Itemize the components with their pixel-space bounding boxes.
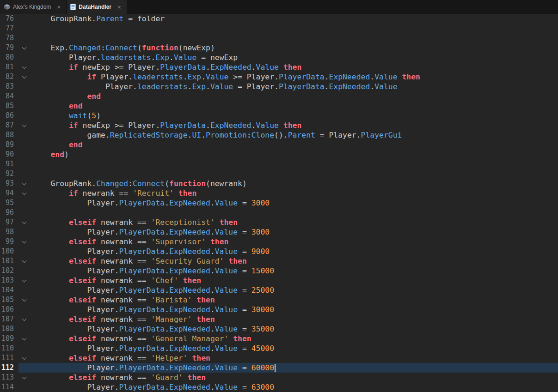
code-line[interactable]: 107 elseif newrank == 'Manager' then xyxy=(0,314,558,324)
code-text: Player.PlayerData.ExpNeeded.Value = 3000 xyxy=(32,198,558,208)
place-icon xyxy=(4,4,10,10)
fold-column xyxy=(18,159,32,169)
chevron-down-icon[interactable] xyxy=(22,45,27,50)
fold-column[interactable] xyxy=(18,72,32,82)
chevron-down-icon[interactable] xyxy=(22,74,27,79)
fold-column[interactable] xyxy=(18,237,32,247)
code-line[interactable]: 114 Player.PlayerData.ExpNeeded.Value = … xyxy=(0,382,558,392)
fold-column xyxy=(18,130,32,140)
code-line[interactable]: 92 xyxy=(0,169,558,179)
code-line[interactable]: 99 elseif newrank == 'Supervisor' then xyxy=(0,237,558,247)
fold-column[interactable] xyxy=(18,314,32,324)
code-text: elseif newrank == 'Helper' then xyxy=(32,353,558,363)
tab-alexs-kingdom[interactable]: Alex's Kingdom × xyxy=(0,0,67,14)
code-line[interactable]: 104 Player.PlayerData.ExpNeeded.Value = … xyxy=(0,285,558,295)
chevron-down-icon[interactable] xyxy=(22,278,27,283)
chevron-down-icon[interactable] xyxy=(22,123,27,127)
chevron-down-icon[interactable] xyxy=(22,239,27,244)
code-line[interactable]: 101 elseif newrank == 'Security Guard' t… xyxy=(0,256,558,266)
code-line[interactable]: 102 Player.PlayerData.ExpNeeded.Value = … xyxy=(0,266,558,276)
code-text: elseif newrank == 'Security Guard' then xyxy=(32,256,558,266)
code-line[interactable]: 79 Exp.Changed:Connect(function(newExp) xyxy=(0,43,558,53)
fold-column[interactable] xyxy=(18,121,32,130)
code-line[interactable]: 106 Player.PlayerData.ExpNeeded.Value = … xyxy=(0,305,558,314)
fold-column[interactable] xyxy=(18,334,32,344)
code-text: elseif newrank == 'Receptionist' then xyxy=(32,217,558,227)
fold-column[interactable] xyxy=(18,188,32,198)
code-line[interactable]: 93 GroupRank.Changed:Connect(function(ne… xyxy=(0,179,558,188)
code-line[interactable]: 108 Player.PlayerData.ExpNeeded.Value = … xyxy=(0,324,558,334)
chevron-down-icon[interactable] xyxy=(22,297,27,302)
code-line[interactable]: 100 Player.PlayerData.ExpNeeded.Value = … xyxy=(0,247,558,256)
code-line[interactable]: 95 Player.PlayerData.ExpNeeded.Value = 3… xyxy=(0,198,558,208)
line-number: 96 xyxy=(0,208,18,217)
code-line[interactable]: 83 Player.leaderstats.Exp.Value = Player… xyxy=(0,82,558,91)
code-line[interactable]: 98 Player.PlayerData.ExpNeeded.Value = 3… xyxy=(0,227,558,237)
code-line[interactable]: 77 xyxy=(0,24,558,33)
fold-column xyxy=(18,101,32,111)
code-line[interactable]: 94 if newrank == 'Recruit' then xyxy=(0,188,558,198)
code-text xyxy=(32,208,558,217)
code-line[interactable]: 84 end xyxy=(0,91,558,101)
line-number: 111 xyxy=(0,353,18,363)
code-line[interactable]: 110 Player.PlayerData.ExpNeeded.Value = … xyxy=(0,344,558,353)
fold-column[interactable] xyxy=(18,62,32,72)
code-line[interactable]: 76 GroupRank.Parent = folder xyxy=(0,14,558,24)
tab-label: Alex's Kingdom xyxy=(13,4,51,10)
line-number: 98 xyxy=(0,227,18,237)
tab-datahandler[interactable]: DataHandler × xyxy=(67,0,127,14)
code-line[interactable]: 88 game.ReplicatedStorage.UI.Promotion:C… xyxy=(0,130,558,140)
chevron-down-icon[interactable] xyxy=(22,317,27,321)
code-line[interactable]: 97 elseif newrank == 'Receptionist' then xyxy=(0,217,558,227)
code-line[interactable]: 87 if newExp >= Player.PlayerData.ExpNee… xyxy=(0,121,558,130)
fold-column[interactable] xyxy=(18,353,32,363)
code-line[interactable]: 96 xyxy=(0,208,558,217)
line-number: 78 xyxy=(0,33,18,43)
close-icon[interactable]: × xyxy=(116,4,123,10)
chevron-down-icon[interactable] xyxy=(22,336,27,341)
code-line[interactable]: 80 Player.leaderstats.Exp.Value = newExp xyxy=(0,53,558,62)
code-line[interactable]: 78 xyxy=(0,33,558,43)
code-line[interactable]: 109 elseif newrank == 'General Manager' … xyxy=(0,334,558,344)
line-number: 102 xyxy=(0,266,18,276)
code-line[interactable]: 86 wait(5) xyxy=(0,111,558,121)
code-line[interactable]: 91 xyxy=(0,159,558,169)
code-line[interactable]: 82 if Player.leaderstats.Exp.Value >= Pl… xyxy=(0,72,558,82)
code-line[interactable]: 90 end) xyxy=(0,150,558,159)
code-line[interactable]: 111 elseif newrank == 'Helper' then xyxy=(0,353,558,363)
chevron-down-icon[interactable] xyxy=(22,181,27,186)
code-line[interactable]: 105 elseif newrank == 'Barista' then xyxy=(0,295,558,305)
chevron-down-icon[interactable] xyxy=(22,220,27,224)
fold-column xyxy=(18,91,32,101)
line-number: 95 xyxy=(0,198,18,208)
fold-column[interactable] xyxy=(18,256,32,266)
fold-column[interactable] xyxy=(18,217,32,227)
code-line[interactable]: 85 end xyxy=(0,101,558,111)
code-line[interactable]: 81 if newExp >= Player.PlayerData.ExpNee… xyxy=(0,62,558,72)
fold-column[interactable] xyxy=(18,179,32,188)
chevron-down-icon[interactable] xyxy=(22,65,27,69)
close-icon[interactable]: × xyxy=(55,4,62,10)
fold-column xyxy=(18,227,32,237)
line-number: 83 xyxy=(0,82,18,91)
code-line[interactable]: 103 elseif newrank == 'Chef' then xyxy=(0,276,558,285)
code-line[interactable]: 113 elseif newrank == 'Guard' then xyxy=(0,373,558,382)
fold-column[interactable] xyxy=(18,295,32,305)
fold-column xyxy=(18,305,32,314)
chevron-down-icon[interactable] xyxy=(22,259,27,263)
line-number: 108 xyxy=(0,324,18,334)
fold-column[interactable] xyxy=(18,373,32,382)
code-area: 76 GroupRank.Parent = folder777879 Exp.C… xyxy=(0,14,558,392)
chevron-down-icon[interactable] xyxy=(22,191,27,195)
code-line[interactable]: 112 Player.PlayerData.ExpNeeded.Value = … xyxy=(0,363,558,373)
line-number: 85 xyxy=(0,101,18,111)
line-number: 94 xyxy=(0,188,18,198)
code-line[interactable]: 89 end xyxy=(0,140,558,150)
fold-column[interactable] xyxy=(18,43,32,53)
fold-column[interactable] xyxy=(18,276,32,285)
chevron-down-icon[interactable] xyxy=(22,356,27,360)
code-text: Player.PlayerData.ExpNeeded.Value = 9000 xyxy=(32,247,558,256)
code-text: Exp.Changed:Connect(function(newExp) xyxy=(32,43,558,53)
chevron-down-icon[interactable] xyxy=(22,375,27,380)
code-text: game.ReplicatedStorage.UI.Promotion:Clon… xyxy=(32,130,558,140)
